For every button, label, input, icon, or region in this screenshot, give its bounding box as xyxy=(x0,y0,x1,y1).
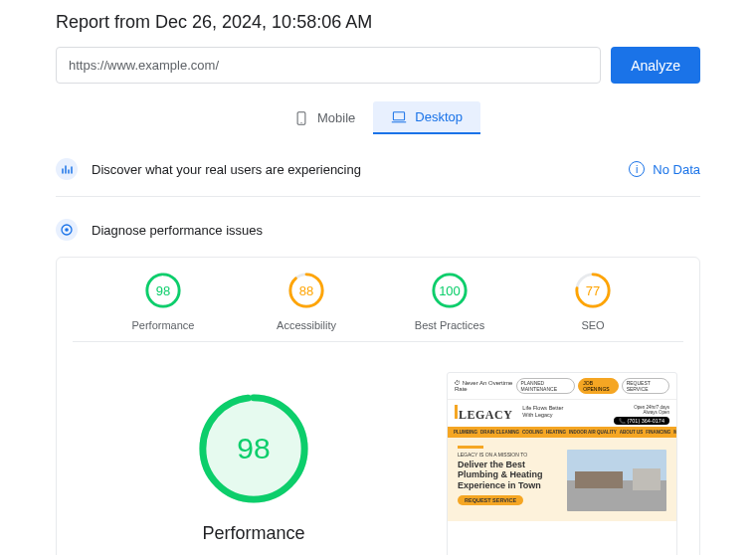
device-tabs: Mobile Desktop xyxy=(56,101,700,134)
score-best-practices-value: 100 xyxy=(431,272,469,309)
score-seo[interactable]: 77 SEO xyxy=(553,272,633,331)
score-row: 98 Performance 88 Accessibility 100 Best… xyxy=(63,272,693,331)
mobile-icon xyxy=(293,111,309,125)
shot-cta: REQUEST SERVICE xyxy=(458,495,523,505)
score-seo-label: SEO xyxy=(553,319,633,331)
url-input[interactable] xyxy=(56,47,601,84)
score-performance[interactable]: 98 Performance xyxy=(123,272,203,331)
diagnose-section: Diagnose performance issues xyxy=(56,215,700,245)
score-seo-value: 77 xyxy=(574,272,612,309)
shot-phone: 📞 (701) 364-0174 xyxy=(614,417,669,425)
shot-nav: PLUMBINGDRAIN CLEANINGCOOLINGHEATINGINDO… xyxy=(448,427,676,438)
shot-logo: LEGACY xyxy=(455,405,512,425)
lighthouse-card: 98 Performance 88 Accessibility 100 Best… xyxy=(56,257,700,555)
score-best-practices[interactable]: 100 Best Practices xyxy=(410,272,489,331)
shot-pill-request: REQUEST SERVICE xyxy=(622,378,669,394)
url-row: Analyze xyxy=(56,47,700,84)
no-data-label: No Data xyxy=(653,162,700,177)
diagnose-icon xyxy=(56,219,78,241)
svg-point-4 xyxy=(65,228,69,232)
real-users-icon xyxy=(56,158,78,180)
shot-tagline: Life Flows Better With Legacy xyxy=(522,405,563,425)
desktop-icon xyxy=(391,110,407,124)
tab-mobile[interactable]: Mobile xyxy=(276,101,373,134)
score-performance-value: 98 xyxy=(144,272,182,309)
shot-pill-jobs: JOB OPENINGS xyxy=(578,378,618,394)
performance-gauge-value: 98 xyxy=(195,390,312,507)
tab-mobile-label: Mobile xyxy=(317,110,355,125)
shot-hero: LEGACY IS ON A MISSION TO Deliver the Be… xyxy=(448,438,676,521)
shot-contact: Open 24hr/7 days Always Open 📞 (701) 364… xyxy=(614,405,669,425)
tab-desktop[interactable]: Desktop xyxy=(373,101,480,134)
report-title: Report from Dec 26, 2024, 10:58:06 AM xyxy=(56,12,700,33)
shot-pill-maint: PLANNED MAINTENANCE xyxy=(516,378,576,394)
svg-point-1 xyxy=(300,121,301,122)
performance-detail-row: 98 Performance Values are estimated and … xyxy=(63,342,693,555)
shot-hero-image xyxy=(567,450,666,511)
shot-headline: Deliver the Best Plumbing & Heating Expe… xyxy=(458,460,561,490)
svg-rect-2 xyxy=(394,111,405,119)
shot-topnote: ⏱ Never An Overtime Rate xyxy=(455,380,516,392)
score-best-practices-label: Best Practices xyxy=(410,319,489,331)
real-users-title: Discover what your real users are experi… xyxy=(92,162,361,177)
divider xyxy=(56,196,700,197)
score-performance-label: Performance xyxy=(123,319,203,331)
analyze-button[interactable]: Analyze xyxy=(611,47,700,84)
info-icon: i xyxy=(629,161,645,177)
tab-desktop-label: Desktop xyxy=(415,109,463,124)
performance-gauge-area: 98 Performance Values are estimated and … xyxy=(79,372,429,555)
real-users-section: Discover what your real users are experi… xyxy=(56,154,700,184)
page-screenshot: ⏱ Never An Overtime Rate PLANNED MAINTEN… xyxy=(447,372,677,555)
score-accessibility-label: Accessibility xyxy=(267,319,346,331)
diagnose-title: Diagnose performance issues xyxy=(92,223,263,238)
shot-kicker: LEGACY IS ON A MISSION TO xyxy=(458,452,561,458)
no-data-link[interactable]: i No Data xyxy=(629,161,700,177)
performance-gauge-label: Performance xyxy=(79,523,429,544)
score-accessibility-value: 88 xyxy=(287,272,325,309)
score-accessibility[interactable]: 88 Accessibility xyxy=(267,272,346,331)
performance-gauge: 98 xyxy=(195,390,312,507)
